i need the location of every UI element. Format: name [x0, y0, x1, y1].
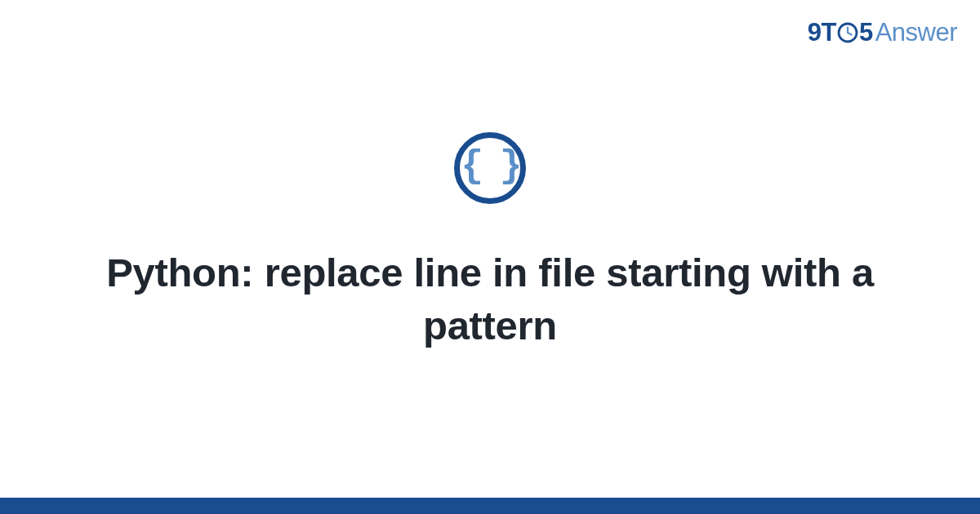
footer-bar [0, 498, 980, 514]
main-content: { } Python: replace line in file startin… [0, 0, 980, 514]
braces-icon: { } [461, 148, 519, 185]
topic-icon-circle: { } [454, 132, 526, 204]
question-title: Python: replace line in file starting wi… [98, 246, 882, 352]
